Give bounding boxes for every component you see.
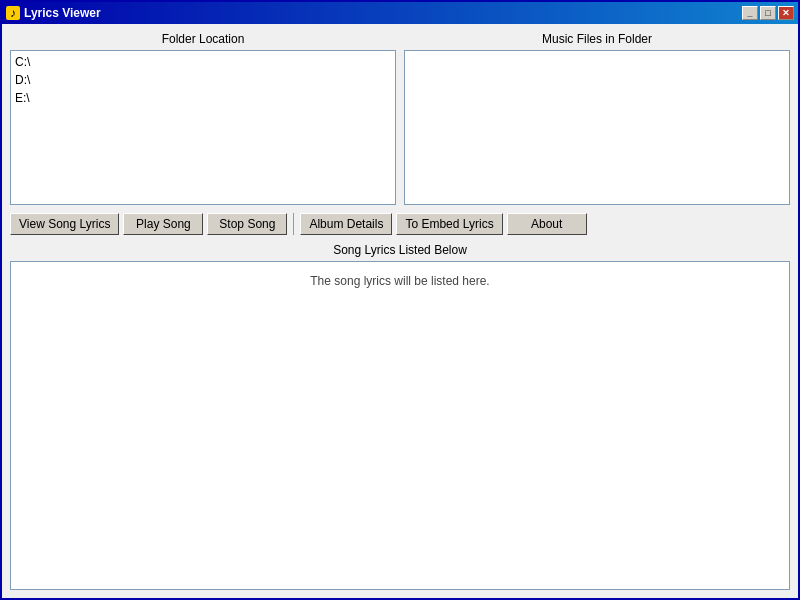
list-item: C:\ [15, 53, 391, 71]
window-title: Lyrics Viewer [24, 6, 101, 20]
list-item: E:\ [15, 89, 391, 107]
close-button[interactable]: ✕ [778, 6, 794, 20]
title-buttons: _ □ ✕ [742, 6, 794, 20]
title-bar-left: ♪ Lyrics Viewer [6, 6, 101, 20]
button-separator [293, 213, 294, 235]
minimize-button[interactable]: _ [742, 6, 758, 20]
window-body: Folder Location C:\ D:\ E:\ Music Files … [2, 24, 798, 598]
lyrics-placeholder: The song lyrics will be listed here. [19, 274, 781, 288]
music-panel-label: Music Files in Folder [404, 32, 790, 46]
title-bar: ♪ Lyrics Viewer _ □ ✕ [2, 2, 798, 24]
view-song-lyrics-button[interactable]: View Song Lyrics [10, 213, 119, 235]
stop-song-button[interactable]: Stop Song [207, 213, 287, 235]
play-song-button[interactable]: Play Song [123, 213, 203, 235]
lyrics-label: Song Lyrics Listed Below [10, 243, 790, 257]
folder-listbox[interactable]: C:\ D:\ E:\ [10, 50, 396, 205]
to-embed-lyrics-button[interactable]: To Embed Lyrics [396, 213, 502, 235]
app-icon: ♪ [6, 6, 20, 20]
list-item: D:\ [15, 71, 391, 89]
folder-panel: Folder Location C:\ D:\ E:\ [10, 32, 396, 205]
music-panel: Music Files in Folder [404, 32, 790, 205]
main-window: ♪ Lyrics Viewer _ □ ✕ Folder Location C:… [0, 0, 800, 600]
music-listbox[interactable] [404, 50, 790, 205]
album-details-button[interactable]: Album Details [300, 213, 392, 235]
maximize-button[interactable]: □ [760, 6, 776, 20]
about-button[interactable]: About [507, 213, 587, 235]
buttons-row: View Song Lyrics Play Song Stop Song Alb… [10, 211, 790, 237]
lyrics-box[interactable]: The song lyrics will be listed here. [10, 261, 790, 590]
lyrics-section: Song Lyrics Listed Below The song lyrics… [10, 243, 790, 590]
top-section: Folder Location C:\ D:\ E:\ Music Files … [10, 32, 790, 205]
folder-panel-label: Folder Location [10, 32, 396, 46]
